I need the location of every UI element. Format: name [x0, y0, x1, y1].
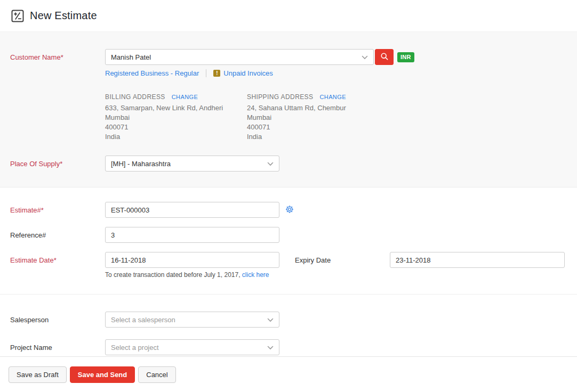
- customer-meta-row: Registered Business - Regular ! Unpaid I…: [105, 69, 577, 77]
- place-of-supply-label: Place Of Supply*: [10, 160, 105, 168]
- project-select[interactable]: Select a project: [105, 339, 279, 355]
- separator: [206, 69, 206, 77]
- shipping-address-heading: SHIPPING ADDRESS: [247, 93, 313, 101]
- estimate-number-label: Estimate#*: [10, 206, 105, 214]
- project-row: Project Name Select a project: [10, 339, 577, 355]
- cancel-button[interactable]: Cancel: [138, 366, 175, 383]
- shipping-address-line: India: [247, 132, 389, 142]
- billing-address: BILLING ADDRESS CHANGE 633, Samarpan, Ne…: [105, 93, 247, 142]
- warning-icon: !: [213, 70, 220, 77]
- expiry-date-input[interactable]: [390, 252, 565, 268]
- customer-select[interactable]: Manish Patel: [105, 49, 374, 65]
- shipping-address-line: 400071: [247, 123, 389, 132]
- estimate-number-row: Estimate#*: [10, 202, 577, 218]
- shipping-change-link[interactable]: CHANGE: [319, 94, 346, 100]
- new-estimate-page: New Estimate Customer Name* Manish Patel…: [0, 0, 577, 392]
- estimate-icon: [11, 10, 24, 22]
- project-placeholder: Select a project: [111, 344, 159, 352]
- chevron-down-icon: [267, 342, 274, 352]
- chevron-down-icon: [267, 159, 274, 168]
- addresses-row: BILLING ADDRESS CHANGE 633, Samarpan, Ne…: [105, 93, 577, 142]
- backdated-helper: To create transaction dated before July …: [105, 271, 577, 279]
- customer-search-button[interactable]: [375, 49, 394, 65]
- estimate-number-settings-button[interactable]: [285, 205, 294, 215]
- click-here-link[interactable]: click here: [242, 271, 269, 279]
- gear-icon: [285, 205, 294, 215]
- chevron-down-icon: [362, 52, 368, 62]
- customer-name-label: Customer Name*: [10, 53, 105, 61]
- search-icon: [380, 52, 389, 62]
- expiry-date-label: Expiry Date: [295, 256, 390, 264]
- page-header: New Estimate: [0, 0, 577, 32]
- save-as-draft-button[interactable]: Save as Draft: [9, 366, 67, 383]
- save-and-send-button[interactable]: Save and Send: [70, 366, 135, 383]
- footer-actions: Save as Draft Save and Send Cancel: [0, 357, 577, 391]
- customer-name-row: Customer Name* Manish Patel INR: [10, 49, 577, 65]
- billing-address-heading: BILLING ADDRESS: [105, 93, 165, 101]
- dates-row: Estimate Date* Expiry Date: [10, 252, 577, 268]
- backdated-helper-text: To create transaction dated before July …: [105, 271, 241, 279]
- estimate-number-input[interactable]: [105, 202, 279, 218]
- reference-row: Reference#: [10, 227, 577, 243]
- billing-address-line: 633, Samarpan, New Link Rd, Andheri: [105, 103, 247, 113]
- place-of-supply-select[interactable]: [MH] - Maharashtra: [105, 156, 279, 172]
- salesperson-select[interactable]: Select a salesperson: [105, 312, 279, 328]
- customer-section: Customer Name* Manish Patel INR Register…: [0, 32, 577, 187]
- place-of-supply-row: Place Of Supply* [MH] - Maharashtra: [10, 156, 577, 172]
- salesperson-placeholder: Select a salesperson: [111, 316, 175, 324]
- reference-input[interactable]: [105, 227, 279, 243]
- chevron-down-icon: [267, 315, 274, 324]
- estimate-date-label: Estimate Date*: [10, 256, 105, 264]
- billing-address-line: 400071: [105, 123, 247, 132]
- salesperson-row: Salesperson Select a salesperson: [10, 312, 577, 328]
- estimate-details-section: Estimate#*: [0, 187, 577, 295]
- assignment-section: Salesperson Select a salesperson Project…: [0, 295, 577, 357]
- currency-badge: INR: [397, 52, 414, 62]
- page-title: New Estimate: [30, 10, 97, 22]
- shipping-address-line: 24, Sahana Uttam Rd, Chembur: [247, 103, 389, 113]
- shipping-address: SHIPPING ADDRESS CHANGE 24, Sahana Uttam…: [247, 93, 389, 142]
- salesperson-label: Salesperson: [10, 316, 105, 324]
- place-of-supply-value: [MH] - Maharashtra: [111, 160, 171, 168]
- estimate-date-input[interactable]: [105, 252, 279, 268]
- reference-label: Reference#: [10, 231, 105, 239]
- billing-address-line: India: [105, 132, 247, 142]
- project-name-label: Project Name: [10, 344, 105, 352]
- gst-treatment-link[interactable]: Registered Business - Regular: [105, 69, 199, 77]
- shipping-address-line: Mumbai: [247, 113, 389, 123]
- customer-select-value: Manish Patel: [111, 53, 151, 61]
- billing-change-link[interactable]: CHANGE: [172, 94, 198, 100]
- unpaid-invoices-link[interactable]: Unpaid Invoices: [223, 69, 273, 77]
- billing-address-line: Mumbai: [105, 113, 247, 123]
